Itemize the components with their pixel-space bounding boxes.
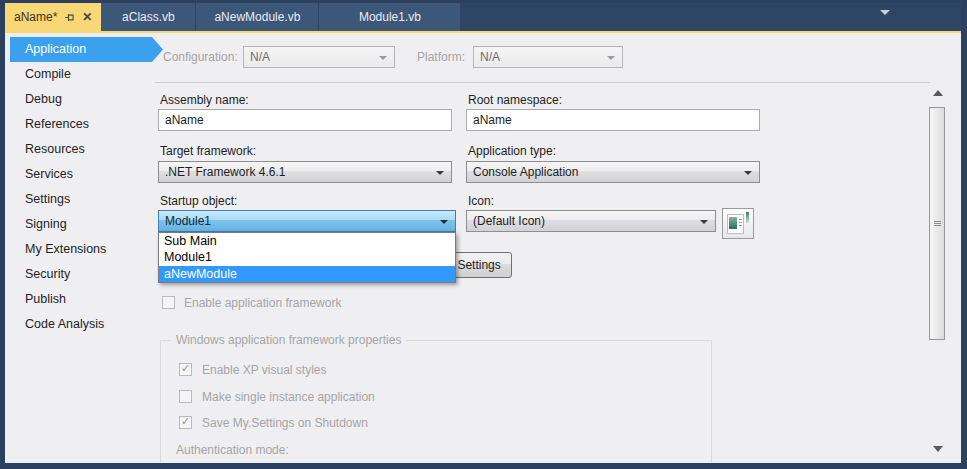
scroll-up-icon[interactable] [933,90,943,96]
dropdown-option-anewmodule[interactable]: aNewModule [159,266,455,282]
chevron-down-icon [700,220,708,224]
platform-label: Platform: [417,50,465,64]
framework-properties-group-title: Windows application framework properties [171,333,406,347]
assembly-name-input[interactable]: aName [158,109,452,131]
icon-value: (Default Icon) [473,214,545,228]
platform-value: N/A [480,50,500,64]
startup-object-dropdown-list: Sub Main Module1 aNewModule [158,232,456,283]
startup-object-label: Startup object: [160,194,237,208]
sidebar-item-resources[interactable]: Resources [10,137,150,162]
vertical-scrollbar[interactable] [928,86,948,456]
sidebar-item-security[interactable]: Security [10,262,150,287]
active-tab-label: aName* [14,10,57,24]
startup-object-combobox[interactable]: Module1 [158,210,456,232]
icon-label: Icon: [468,194,494,208]
document-tab-strip: aName* ✕ aClass.vb aNewModule.vb Module1… [5,3,961,31]
sidebar-item-code-analysis[interactable]: Code Analysis [10,312,150,337]
sidebar-item-publish[interactable]: Publish [10,287,150,312]
application-type-value: Console Application [473,165,578,179]
sidebar-item-signing[interactable]: Signing [10,212,150,237]
root-namespace-label: Root namespace: [468,93,562,107]
chevron-down-icon [744,171,752,175]
scroll-down-icon[interactable] [933,446,943,452]
platform-combobox: N/A [473,46,623,68]
icon-combobox[interactable]: (Default Icon) [466,210,716,232]
close-icon[interactable]: ✕ [82,11,92,23]
project-properties-window: aName* ✕ aClass.vb aNewModule.vb Module1… [0,0,967,469]
target-framework-combobox[interactable]: .NET Framework 4.6.1 [158,161,452,183]
icon-preview-button[interactable] [722,208,754,239]
make-single-instance-label: Make single instance application [202,390,375,404]
chevron-down-icon [379,56,387,60]
tab-anewmodule[interactable]: aNewModule.vb [196,3,319,31]
make-single-instance-checkbox [179,390,192,403]
chevron-down-icon [607,56,615,60]
application-type-label: Application type: [468,144,556,158]
dropdown-option-module1[interactable]: Module1 [159,249,455,265]
tab-aname-active[interactable]: aName* ✕ [5,3,101,31]
tab-list-chevron-down-icon[interactable] [880,10,890,15]
sidebar-item-application[interactable]: Application [10,37,163,62]
scrollbar-thumb[interactable] [929,107,945,340]
sidebar-item-settings[interactable]: Settings [10,187,150,212]
target-framework-label: Target framework: [160,144,256,158]
save-my-settings-label: Save My.Settings on Shutdown [202,416,368,430]
sidebar-item-references[interactable]: References [10,112,150,137]
configuration-label: Configuration: [163,50,238,64]
dropdown-option-sub-main[interactable]: Sub Main [159,233,455,249]
application-type-combobox[interactable]: Console Application [466,161,760,183]
enable-xp-visual-styles-checkbox [179,363,192,376]
default-app-icon [727,214,744,234]
target-framework-value: .NET Framework 4.6.1 [165,165,285,179]
scrollbar-grip [934,221,941,222]
authentication-mode-label: Authentication mode: [176,443,289,457]
sidebar-item-compile[interactable]: Compile [10,62,150,87]
root-namespace-input[interactable]: aName [466,109,760,131]
configuration-combobox: N/A [243,46,395,68]
tab-aclass[interactable]: aClass.vb [101,3,196,31]
icon-colorbar [746,212,749,223]
application-settings-page: Application Compile Debug References Res… [5,33,961,463]
sidebar-item-my-extensions[interactable]: My Extensions [10,237,150,262]
enable-xp-visual-styles-label: Enable XP visual styles [202,363,327,377]
save-my-settings-checkbox [179,416,192,429]
tab-module1[interactable]: Module1.vb [319,3,461,31]
chevron-down-icon [436,171,444,175]
sidebar-item-services[interactable]: Services [10,162,150,187]
sidebar-item-debug[interactable]: Debug [10,87,150,112]
section-divider [155,82,930,83]
chevron-down-icon [440,220,448,224]
configuration-value: N/A [250,50,270,64]
enable-application-framework-checkbox [162,296,175,309]
assembly-name-label: Assembly name: [160,93,249,107]
startup-object-value: Module1 [165,214,211,228]
pin-icon[interactable] [64,12,75,23]
framework-properties-groupbox: Windows application framework properties… [160,340,712,463]
enable-application-framework-label: Enable application framework [184,296,341,310]
